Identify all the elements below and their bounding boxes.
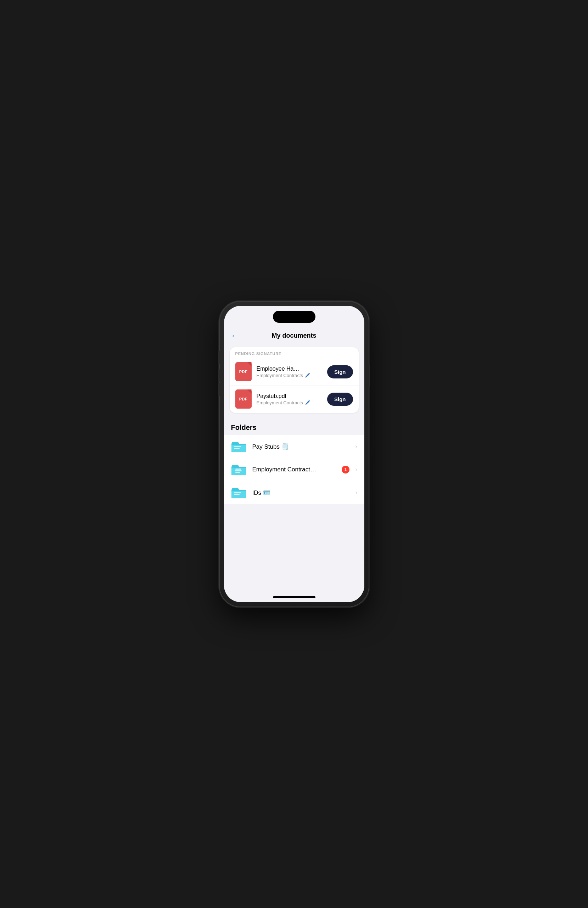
- svg-rect-5: [234, 492, 241, 493]
- folder-icon: [231, 463, 247, 476]
- folder-name: Pay Stubs 🗒️: [252, 443, 350, 451]
- svg-rect-3: [235, 470, 242, 472]
- folders-header: Folders: [224, 419, 365, 435]
- svg-rect-4: [235, 472, 240, 473]
- doc-category: Employment Contracts 🖊️: [257, 400, 323, 406]
- svg-rect-6: [234, 494, 239, 495]
- chevron-right-icon: ›: [355, 467, 357, 473]
- folder-name: IDs 🪪: [252, 489, 350, 497]
- back-button[interactable]: ←: [231, 331, 239, 340]
- header: ← My documents: [224, 328, 365, 344]
- folder-icon: [231, 486, 247, 499]
- doc-category: Employment Contracts 🖊️: [257, 373, 323, 378]
- sign-button-1[interactable]: Sign: [327, 365, 353, 378]
- doc-info: Emplooyee Ha… Employment Contracts 🖊️: [257, 366, 323, 378]
- pending-signature-label: PENDING SIGNATURE: [230, 347, 359, 359]
- document-item: PDF Paystub.pdf Employment Contracts 🖊️ …: [230, 386, 359, 413]
- folder-item-pay-stubs[interactable]: Pay Stubs 🗒️ ›: [224, 435, 365, 458]
- dynamic-island: [273, 311, 315, 323]
- screen-content: ← My documents PENDING SIGNATURE PDF Emp…: [224, 306, 365, 602]
- chevron-right-icon: ›: [355, 489, 357, 496]
- doc-name: Emplooyee Ha…: [257, 366, 323, 372]
- home-indicator: [224, 592, 365, 602]
- folder-icon: [231, 440, 247, 453]
- pdf-icon: PDF: [235, 362, 252, 381]
- folders-section: Folders Pay Stubs 🗒️ ›: [224, 419, 365, 592]
- folder-item-employment[interactable]: Employment Contract… 1 ›: [224, 458, 365, 481]
- folder-name: Employment Contract…: [252, 466, 336, 473]
- pending-signature-card: PENDING SIGNATURE PDF Emplooyee Ha… Empl…: [230, 347, 359, 413]
- chevron-right-icon: ›: [355, 443, 357, 450]
- pdf-icon: PDF: [235, 390, 252, 409]
- pdf-label: PDF: [239, 397, 248, 401]
- svg-rect-2: [235, 468, 241, 470]
- phone-device: ← My documents PENDING SIGNATURE PDF Emp…: [220, 301, 369, 607]
- page-title: My documents: [272, 332, 316, 340]
- doc-name: Paystub.pdf: [257, 393, 323, 399]
- pdf-label: PDF: [239, 370, 248, 374]
- home-bar: [273, 596, 315, 598]
- sign-button-2[interactable]: Sign: [327, 393, 353, 406]
- document-item: PDF Emplooyee Ha… Employment Contracts 🖊…: [230, 359, 359, 386]
- doc-info: Paystub.pdf Employment Contracts 🖊️: [257, 393, 323, 406]
- folders-list: Pay Stubs 🗒️ › Employment Contract…: [224, 435, 365, 504]
- svg-rect-1: [234, 448, 239, 449]
- svg-rect-0: [234, 446, 241, 447]
- folder-item-ids[interactable]: IDs 🪪 ›: [224, 481, 365, 504]
- folder-badge: 1: [342, 466, 349, 473]
- phone-screen: ← My documents PENDING SIGNATURE PDF Emp…: [224, 306, 365, 602]
